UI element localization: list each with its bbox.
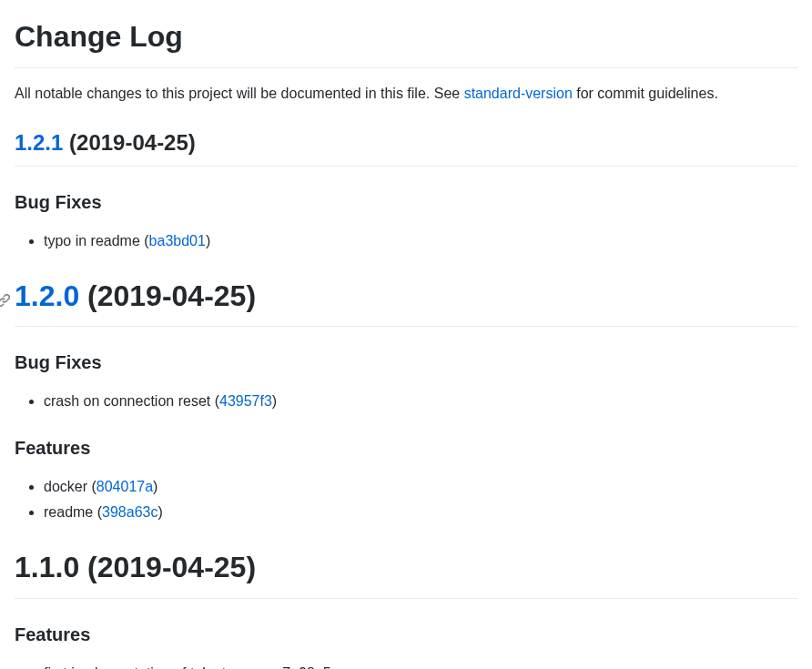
bugfix-suffix: ) <box>272 393 277 409</box>
features-heading-1-1-0: Features <box>15 621 797 648</box>
release-link-1-2-1[interactable]: 1.2.1 <box>15 130 63 155</box>
release-heading-1-1-0: 1.1.0 (2019-04-25) <box>15 545 797 599</box>
release-link-1-2-0[interactable]: 1.2.0 <box>15 279 79 312</box>
bugfixes-heading-1-2-1: Bug Fixes <box>15 188 797 216</box>
list-item: crash on connection reset (43957f3) <box>44 390 797 412</box>
bugfixes-heading-1-2-0: Bug Fixes <box>15 349 797 376</box>
intro-prefix: All notable changes to this project will… <box>15 86 464 101</box>
feature-suffix: ) <box>153 479 157 494</box>
list-item: readme (398a63c) <box>44 502 797 523</box>
intro-suffix: for commit guidelines. <box>573 86 718 101</box>
release-heading-1-2-0: 1.2.0 (2019-04-25) <box>15 274 797 328</box>
release-date-1-2-1: (2019-04-25) <box>63 130 195 155</box>
feature-text: first implementation of telnet server e7… <box>44 665 331 669</box>
commit-hash-link[interactable]: ba3bd01 <box>149 233 206 248</box>
features-list-1-1-0: first implementation of telnet server e7… <box>15 663 797 669</box>
bugfix-text: crash on connection reset ( <box>44 393 219 409</box>
commit-hash-link[interactable]: 398a63c <box>102 504 157 520</box>
link-icon <box>0 293 11 308</box>
commit-hash-link[interactable]: 804017a <box>96 479 153 494</box>
features-heading-1-2-0: Features <box>15 434 797 461</box>
list-item: docker (804017a) <box>44 476 797 498</box>
feature-text: docker ( <box>44 479 96 494</box>
release-heading-1-2-1: 1.2.1 (2019-04-25) <box>15 127 797 167</box>
release-date-1-2-0: (2019-04-25) <box>79 279 256 312</box>
standard-version-link[interactable]: standard-version <box>464 86 573 101</box>
feature-text: readme ( <box>44 504 102 520</box>
bugfixes-list-1-2-1: typo in readme (ba3bd01) <box>15 230 797 252</box>
feature-suffix: ) <box>157 504 162 520</box>
intro-paragraph: All notable changes to this project will… <box>15 83 797 105</box>
list-item: typo in readme (ba3bd01) <box>44 230 797 252</box>
features-list-1-2-0: docker (804017a) readme (398a63c) <box>15 476 797 523</box>
page-title: Change Log <box>15 15 797 68</box>
bugfix-suffix: ) <box>206 233 210 248</box>
commit-hash-link[interactable]: 43957f3 <box>219 393 272 409</box>
bugfix-text: typo in readme ( <box>44 233 149 248</box>
list-item: first implementation of telnet server e7… <box>44 663 797 669</box>
bugfixes-list-1-2-0: crash on connection reset (43957f3) <box>15 390 797 412</box>
